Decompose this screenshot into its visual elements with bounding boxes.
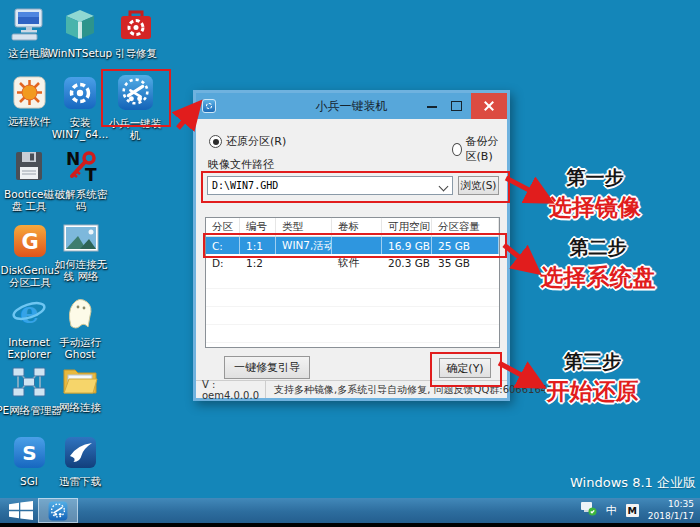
desktop-icon-xunlei[interactable]: 迅雷下载: [51, 436, 109, 487]
installer-dialog: 小兵一键装机 还原分区(R) 备份分区(B) 映像文件路径 D:\WIN7.GH…: [193, 90, 510, 401]
cell-number: 1:2: [240, 257, 276, 269]
table-row-c-drive[interactable]: C: 1:1 WIN7,活动 16.9 GB 25 GB: [206, 237, 499, 254]
chevron-down-icon: [439, 182, 449, 192]
table-empty-row: [206, 271, 499, 289]
desktop-icon-network-connections[interactable]: 网络连接: [51, 366, 109, 413]
close-button[interactable]: [471, 93, 507, 119]
repair-boot-button[interactable]: 一键修复引导: [224, 356, 310, 379]
clock-time: 10:35: [648, 499, 694, 510]
maximize-button[interactable]: [445, 93, 467, 119]
sunburst-icon: [13, 76, 46, 113]
cell-type: WIN7,活动: [276, 237, 332, 254]
radio-unselected-icon: [452, 143, 462, 156]
desktop-icon-wireless-help[interactable]: 如何连接无线 网络: [50, 224, 112, 283]
bird-icon: [64, 436, 97, 473]
image-path-value: D:\WIN7.GHD: [212, 180, 278, 191]
diskgenius-icon: G: [13, 224, 47, 262]
svg-text:N: N: [66, 150, 80, 169]
step-1-subtitle: 选择镜像: [530, 192, 660, 223]
browse-button[interactable]: 浏览(S): [458, 176, 499, 195]
desktop-icon-ghost[interactable]: 手动运行 Ghost: [51, 296, 109, 361]
desktop-icon-boot-repair[interactable]: 引导修复: [107, 8, 165, 59]
image-path-label: 映像文件路径: [208, 157, 274, 172]
column-header: 分区容量: [432, 218, 499, 236]
radio-label: 还原分区(R): [226, 134, 286, 149]
cell-capacity: 25 GB: [432, 237, 499, 254]
svg-text:G: G: [21, 230, 38, 254]
ok-button[interactable]: 确定(Y): [439, 358, 491, 378]
step-1-title: 第一步: [530, 165, 660, 191]
restore-partition-radio[interactable]: 还原分区(R): [209, 134, 286, 149]
desktop-icon-sgi[interactable]: S SGI: [0, 436, 58, 487]
desktop-icon-label: 破解系统密码: [50, 188, 112, 213]
radio-selected-icon: [209, 135, 222, 148]
system-tray: 中 M 10:35 2018/1/17: [580, 498, 700, 523]
cell-volume: [332, 237, 382, 254]
table-empty-row: [206, 289, 499, 307]
column-header: 卷标: [332, 218, 382, 236]
desktop-icon-label: WinNTSetup: [48, 47, 113, 59]
photo-icon: [63, 224, 99, 256]
table-header-row: 分区 编号 类型 卷标 可用空间 分区容量: [206, 218, 499, 237]
desktop-icon-winntsetup[interactable]: WinNTSetup: [51, 8, 109, 59]
package-icon: [64, 8, 96, 45]
image-path-combobox[interactable]: D:\WIN7.GHD: [207, 176, 453, 195]
folder-icon: [62, 366, 98, 399]
desktop-icon-label: SGI: [20, 475, 38, 487]
nt-key-icon: N T: [63, 150, 99, 186]
desktop-icon-label: 引导修复: [115, 47, 157, 59]
backup-partition-radio[interactable]: 备份分区(B): [452, 134, 507, 164]
windows-edition-watermark: Windows 8.1 企业版: [570, 474, 696, 492]
start-button[interactable]: [8, 501, 34, 520]
step-3-title: 第三步: [525, 349, 660, 375]
ime-mode-indicator[interactable]: M: [626, 504, 639, 517]
gear-icon: [63, 76, 97, 114]
ghost-icon: [64, 296, 96, 334]
network-diagram-icon: [10, 366, 48, 402]
table-empty-row: [206, 325, 499, 343]
step-2-subtitle: 选择系统盘: [518, 262, 678, 293]
partition-table: 分区 编号 类型 卷标 可用空间 分区容量 C: 1:1 WIN7,活动 16.…: [205, 217, 500, 348]
taskbar-app-xiaobing[interactable]: [38, 498, 78, 523]
floppy-disk-icon: [13, 150, 45, 186]
sgi-icon: S: [13, 436, 46, 473]
radio-label: 备份分区(B): [466, 134, 507, 164]
desktop-icon-label: 远程软件: [8, 115, 50, 127]
column-header: 类型: [276, 218, 332, 236]
desktop-icon-install-win7[interactable]: 安装 WIN7_64...: [51, 76, 109, 141]
network-tray-icon[interactable]: [580, 501, 597, 520]
cell-partition: D:: [206, 257, 240, 269]
step-2-title: 第二步: [518, 235, 678, 261]
dialog-titlebar[interactable]: 小兵一键装机: [196, 93, 507, 119]
cell-partition: C:: [206, 237, 240, 254]
desktop-icon-label: 这台电脑: [8, 47, 50, 59]
cell-capacity: 35 GB: [432, 257, 499, 269]
desktop-icon-label: Internet Explorer: [0, 336, 58, 361]
dialog-statusbar: V : oem4.0.0.0 支持多种镜像,多系统引导自动修复, 问题反馈QQ群…: [196, 380, 507, 398]
ime-language-indicator[interactable]: 中: [606, 503, 617, 518]
annotation-step-1: 第一步 选择镜像: [530, 165, 660, 223]
column-header: 可用空间: [382, 218, 432, 236]
desktop-icon-crack-password[interactable]: N T 破解系统密码: [50, 150, 112, 213]
desktop-icon-label: 小兵一键装机: [104, 117, 166, 142]
desktop-icon-remote-software[interactable]: 远程软件: [0, 76, 58, 127]
annotation-step-2: 第二步 选择系统盘: [518, 235, 678, 293]
xiaobing-app-icon: [117, 74, 154, 115]
desktop-icon-pe-network[interactable]: PE网络管理器: [0, 366, 58, 416]
status-message: 支持多种镜像,多系统引导自动修复, 问题反馈QQ群:606616468: [266, 383, 560, 397]
svg-text:T: T: [85, 165, 97, 182]
desktop-icon-xiaobing[interactable]: 小兵一键装机: [104, 74, 166, 142]
svg-text:S: S: [22, 441, 36, 465]
ie-icon: e: [11, 296, 47, 334]
step-3-subtitle: 开始还原: [525, 376, 660, 407]
table-row-d-drive[interactable]: D: 1:2 软件 20.3 GB 35 GB: [206, 254, 499, 271]
desktop-icon-label: 手动运行 Ghost: [51, 336, 109, 361]
taskbar-clock[interactable]: 10:35 2018/1/17: [648, 499, 694, 522]
minimize-button[interactable]: [421, 93, 443, 119]
cell-free-space: 20.3 GB: [382, 257, 432, 269]
desktop-icon-label: 安装 WIN7_64...: [51, 116, 109, 141]
cell-volume: 软件: [332, 256, 382, 270]
desktop-icon-internet-explorer[interactable]: e Internet Explorer: [0, 296, 58, 361]
cell-free-space: 16.9 GB: [382, 237, 432, 254]
screen-bottom-strip: [0, 523, 700, 527]
